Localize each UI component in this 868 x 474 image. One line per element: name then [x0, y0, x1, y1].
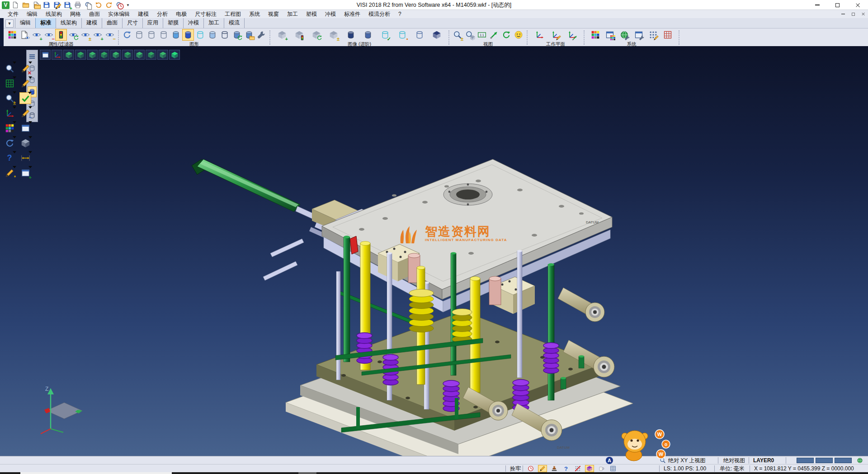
copy-graphics-icon[interactable]	[243, 29, 255, 41]
stamp-icon[interactable]	[550, 465, 559, 472]
new-document-icon[interactable]	[11, 0, 20, 9]
restore-button[interactable]	[827, 0, 848, 10]
window-select-icon[interactable]	[4, 77, 15, 89]
menu-item[interactable]: 模流分析	[364, 10, 394, 19]
tab-application[interactable]: 应用	[142, 18, 163, 28]
cad-model-3d[interactable]: DATUM DATUM	[0, 46, 868, 456]
minimize-button[interactable]	[807, 0, 827, 10]
save-icon[interactable]	[42, 0, 51, 9]
strip-menu-icon[interactable]	[28, 51, 37, 62]
bottom-view-icon[interactable]	[87, 50, 98, 60]
globe-icon[interactable]	[855, 457, 864, 464]
wcs-icon[interactable]	[4, 107, 15, 119]
snap-off-icon[interactable]	[573, 465, 582, 472]
close-button[interactable]	[848, 0, 868, 10]
iso-view-2-icon[interactable]	[146, 50, 156, 60]
undo-icon[interactable]	[94, 0, 103, 9]
graphics-settings-icon[interactable]	[255, 29, 267, 41]
iso-view-icon[interactable]	[63, 50, 74, 60]
redo-icon[interactable]	[104, 0, 113, 9]
tab-flow[interactable]: 模流	[224, 18, 245, 28]
snap-settings-icon[interactable]	[647, 29, 659, 41]
menu-item[interactable]: 塑模	[302, 10, 321, 19]
menu-item[interactable]: 文件	[4, 10, 23, 19]
tab-dropdown-icon[interactable]: ▼	[5, 19, 14, 28]
filter-palette-icon[interactable]	[6, 29, 18, 41]
solid-cube-status-icon[interactable]	[585, 465, 594, 472]
menu-item[interactable]: 建模	[134, 10, 153, 19]
menu-item[interactable]: 编辑	[23, 10, 42, 19]
pan-icon[interactable]	[488, 29, 500, 41]
corner-render-icon[interactable]: ▪	[396, 29, 408, 41]
add-to-filter-icon[interactable]: +	[92, 29, 104, 41]
transparent-icon[interactable]	[194, 29, 206, 41]
timer-icon[interactable]	[526, 465, 535, 472]
doc-minimize-button[interactable]	[840, 11, 846, 17]
highlight-wand-icon[interactable]	[538, 465, 547, 472]
tab-surface[interactable]: 曲面	[102, 18, 123, 28]
redraw-icon[interactable]	[121, 29, 133, 41]
solid-render-icon[interactable]	[345, 29, 357, 41]
import-document-icon[interactable]	[32, 0, 41, 9]
tab-mold[interactable]: 塑膜	[163, 18, 184, 28]
dark-cube-render-icon[interactable]	[431, 29, 443, 41]
view-reference-label[interactable]: 绝对视图	[723, 456, 745, 465]
tab-modeling[interactable]: 建模	[81, 18, 102, 28]
print-preview-icon[interactable]	[84, 0, 93, 9]
layers-palette-icon[interactable]	[4, 122, 15, 134]
striped-render-icon[interactable]	[362, 29, 374, 41]
tab-machining[interactable]: 加工	[203, 18, 224, 28]
menu-item[interactable]: 网格	[66, 10, 85, 19]
workplane-edit-icon[interactable]	[550, 29, 561, 41]
hide-entities-icon[interactable]: −	[43, 29, 55, 41]
refresh-view-icon[interactable]	[4, 137, 15, 149]
more-commands-dropdown-icon[interactable]: ▼	[125, 0, 131, 9]
menu-item[interactable]: 系统	[245, 10, 264, 19]
view-mode-label[interactable]: 绝对 XY 上视图	[668, 456, 705, 465]
tab-standard[interactable]: 标准	[35, 18, 56, 28]
mug-icon[interactable]	[597, 465, 606, 472]
top-view-icon[interactable]	[75, 50, 86, 60]
tab-dimension[interactable]: 尺寸	[122, 18, 143, 28]
doc-close-button[interactable]	[860, 11, 866, 17]
table-configuration-icon[interactable]	[633, 29, 645, 41]
image-traffic-light-icon[interactable]	[293, 29, 305, 41]
menu-item[interactable]: 曲面	[85, 10, 104, 19]
wire-render-icon[interactable]	[414, 29, 425, 41]
tab-edit[interactable]: 编辑	[15, 18, 36, 28]
confirm-icon[interactable]	[19, 92, 31, 104]
plane-icon[interactable]: +	[19, 167, 31, 179]
tab-progress[interactable]: 冲模	[183, 18, 204, 28]
menu-item[interactable]: 标准件	[340, 10, 364, 19]
verify-render-icon[interactable]: ✓	[379, 29, 391, 41]
front-view-icon[interactable]	[99, 50, 109, 60]
edit-erase-icon[interactable]: ✕	[19, 62, 31, 74]
wireframe-icon[interactable]	[133, 29, 145, 41]
menu-item[interactable]: 分析	[153, 10, 172, 19]
left-view-icon[interactable]	[122, 50, 133, 60]
right-view-icon[interactable]	[134, 50, 145, 60]
filter-traffic-light-icon[interactable]	[55, 29, 67, 41]
show-entities-icon[interactable]: +	[31, 29, 42, 41]
modify-icon[interactable]: *	[4, 167, 15, 179]
zoom-select-icon[interactable]	[4, 62, 15, 74]
workplane-axes-icon[interactable]	[533, 29, 545, 41]
menu-item[interactable]: 冲模	[321, 10, 340, 19]
grid-window-icon[interactable]	[609, 465, 618, 472]
hidden-line-icon[interactable]	[146, 29, 157, 41]
viewport[interactable]: DATUM DATUM	[0, 46, 868, 456]
workplane-move-icon[interactable]	[566, 29, 578, 41]
doc-restore-button[interactable]	[850, 11, 856, 17]
refresh-image-icon[interactable]	[311, 29, 322, 41]
pattern-window-icon[interactable]	[19, 122, 31, 134]
print-icon[interactable]	[73, 0, 82, 9]
iso-view-3-icon[interactable]	[157, 50, 168, 60]
menu-item[interactable]: 电极	[172, 10, 191, 19]
back-view-icon[interactable]	[110, 50, 121, 60]
solid-cube-icon[interactable]	[19, 137, 31, 149]
help-icon[interactable]: ?	[4, 152, 15, 164]
view-orientation-icon[interactable]	[513, 29, 524, 41]
tab-wireframe[interactable]: 线架构	[56, 18, 82, 28]
save-as-icon[interactable]	[52, 0, 61, 9]
grid-settings-icon[interactable]	[662, 29, 674, 41]
